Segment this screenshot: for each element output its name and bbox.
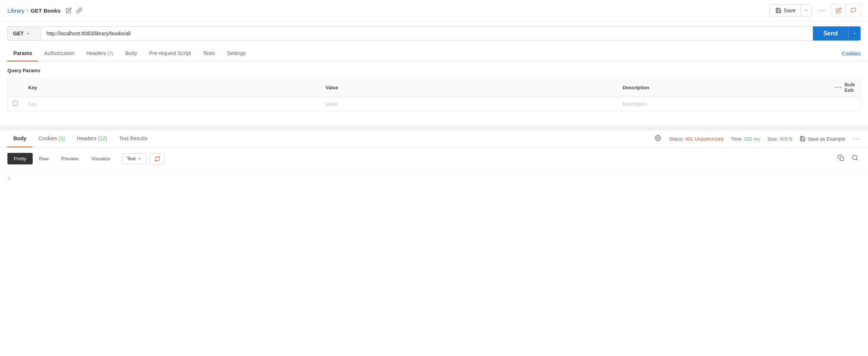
response-meta: Status: 401 Unauthorized Time: 232 ms Si…: [655, 135, 861, 143]
status-label: Status: 401 Unauthorized: [669, 136, 723, 142]
save-button[interactable]: Save: [770, 5, 801, 16]
format-tabs: Pretty Raw Preview Visualize: [7, 153, 117, 164]
copy-response-button[interactable]: [835, 152, 846, 165]
row-key[interactable]: Key: [23, 97, 320, 111]
tab-params[interactable]: Params: [7, 46, 38, 61]
save-label: Save: [784, 7, 796, 13]
col-checkbox: [8, 78, 23, 97]
time-value: 232 ms: [744, 136, 760, 142]
response-more-button[interactable]: ···: [853, 135, 861, 143]
bulk-edit-area: ··· Bulk Edit: [835, 82, 855, 93]
format-type-select[interactable]: Text: [122, 153, 146, 164]
query-params-table: Key Value Description ··· Bulk Edit Key …: [7, 78, 861, 111]
breadcrumb-icons: [65, 7, 83, 14]
search-response-button[interactable]: [849, 152, 861, 165]
row-checkbox[interactable]: [8, 97, 23, 111]
resp-tab-headers[interactable]: Headers (12): [71, 130, 113, 147]
breadcrumb-current: GET Books: [30, 7, 61, 14]
table-row-placeholder: Key Value Description: [8, 97, 861, 111]
cookies-link[interactable]: Cookies: [842, 51, 861, 57]
query-params-title: Query Params: [7, 68, 861, 73]
time-label: Time: 232 ms: [731, 136, 760, 142]
save-button-group: Save: [770, 4, 812, 16]
request-tabs-bar: Params Authorization Headers (7) Body Pr…: [0, 46, 868, 62]
row-checkbox-input[interactable]: [13, 101, 18, 106]
row-desc[interactable]: Description: [617, 97, 830, 111]
format-tab-visualize[interactable]: Visualize: [85, 153, 117, 164]
top-bar: Library / GET Books: [0, 0, 868, 21]
library-link[interactable]: Library: [7, 7, 25, 14]
format-type-label: Text: [127, 156, 136, 161]
send-dropdown-button[interactable]: [848, 26, 861, 41]
save-example-button[interactable]: Save as Example: [800, 136, 845, 142]
bulk-edit-label[interactable]: Bulk Edit: [845, 82, 855, 93]
resp-tab-body[interactable]: Body: [7, 130, 32, 147]
response-tabs-bar: Body Cookies (1) Headers (12) Test Resul…: [0, 130, 868, 148]
format-controls: Pretty Raw Preview Visualize Text: [7, 153, 164, 164]
response-code-area: 1: [0, 170, 868, 200]
size-label: Size: 429 B: [767, 136, 792, 142]
copy-link-icon[interactable]: [75, 7, 83, 14]
tab-headers[interactable]: Headers (7): [80, 46, 119, 61]
send-button[interactable]: Send: [813, 26, 848, 41]
edit-name-icon[interactable]: [65, 7, 72, 14]
row-actions: [830, 97, 860, 111]
globe-icon: [655, 135, 661, 143]
svg-line-4: [856, 159, 857, 160]
size-value: 429 B: [780, 136, 792, 142]
format-tab-preview[interactable]: Preview: [55, 153, 85, 164]
tab-pre-request-script[interactable]: Pre-request Script: [143, 46, 197, 61]
col-actions-header: ··· Bulk Edit: [830, 78, 860, 97]
edit-icon-button[interactable]: [832, 4, 846, 17]
breadcrumb: Library / GET Books: [7, 7, 83, 14]
tab-authorization[interactable]: Authorization: [38, 46, 81, 61]
wrap-button[interactable]: [150, 153, 164, 164]
response-section: Body Cookies (1) Headers (12) Test Resul…: [0, 128, 868, 200]
format-tab-raw[interactable]: Raw: [33, 153, 55, 164]
send-button-group: Send: [813, 26, 861, 41]
request-tabs-list: Params Authorization Headers (7) Body Pr…: [7, 46, 252, 61]
col-desc-header: Description: [617, 78, 830, 97]
method-select[interactable]: GET: [7, 26, 41, 41]
tab-tests[interactable]: Tests: [197, 46, 221, 61]
resp-tab-cookies[interactable]: Cookies (1): [32, 130, 71, 147]
comment-icon-button[interactable]: [846, 4, 861, 17]
line-number: 1: [7, 176, 10, 182]
url-bar: GET Send: [0, 21, 868, 46]
format-tab-pretty[interactable]: Pretty: [7, 153, 33, 164]
status-value: 401 Unauthorized: [685, 136, 723, 142]
more-icon: ···: [835, 84, 842, 91]
query-params-section: Query Params Key Value Description ··· B…: [0, 62, 868, 111]
response-body-toolbar: Pretty Raw Preview Visualize Text: [0, 148, 868, 170]
breadcrumb-separator: /: [27, 7, 28, 14]
method-label: GET: [13, 31, 24, 36]
save-example-label: Save as Example: [808, 136, 845, 142]
resp-tab-test-results[interactable]: Test Results: [113, 130, 153, 147]
col-key-header: Key: [23, 78, 320, 97]
svg-rect-2: [840, 157, 844, 161]
col-value-header: Value: [320, 78, 618, 97]
action-icons: [832, 4, 861, 17]
tab-body[interactable]: Body: [119, 46, 143, 61]
headers-badge: (7): [107, 51, 113, 56]
more-options-button[interactable]: ···: [815, 4, 829, 17]
url-input[interactable]: [41, 26, 813, 41]
headers-response-badge: (12): [98, 135, 107, 141]
save-dropdown-button[interactable]: [801, 5, 811, 16]
tab-settings[interactable]: Settings: [221, 46, 252, 61]
row-value[interactable]: Value: [320, 97, 618, 111]
resp-body-right: [835, 152, 861, 165]
top-right-actions: Save ···: [770, 4, 861, 17]
response-tabs-list: Body Cookies (1) Headers (12) Test Resul…: [7, 130, 154, 147]
cookies-response-badge: (1): [58, 135, 65, 141]
svg-point-3: [852, 155, 857, 160]
